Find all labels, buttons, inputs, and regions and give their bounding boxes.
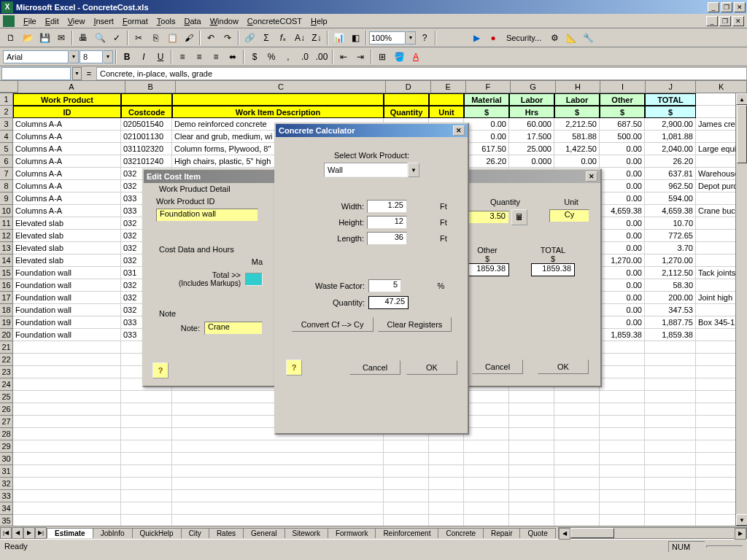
row-header-18[interactable]: 18 <box>0 304 13 316</box>
doc-restore-button[interactable]: ❐ <box>719 16 731 26</box>
comma-icon[interactable]: , <box>280 49 296 65</box>
cell-J15[interactable]: 2,112.50 <box>645 267 696 279</box>
cell-A23[interactable] <box>13 366 121 378</box>
column-header-E[interactable]: E <box>431 81 466 93</box>
cell-I23[interactable] <box>600 366 645 378</box>
menu-format[interactable]: Format <box>118 15 152 27</box>
cell-D35[interactable] <box>384 515 429 526</box>
paste-icon[interactable]: 📋 <box>164 30 180 46</box>
sheet-tab-rates[interactable]: Rates <box>209 528 244 538</box>
cell-A35[interactable] <box>13 515 121 526</box>
zoom-dropdown-icon[interactable]: ▼ <box>406 31 416 44</box>
cell-H3[interactable]: 2,212.50 <box>554 118 600 131</box>
save-icon[interactable]: 💾 <box>36 30 53 46</box>
row-header-17[interactable]: 17 <box>0 292 13 304</box>
scroll-up-icon[interactable]: ▲ <box>736 93 747 105</box>
row-header-1[interactable]: 1 <box>0 93 13 106</box>
row-header-32[interactable]: 32 <box>0 478 13 490</box>
cell-I17[interactable]: 0.00 <box>600 292 645 304</box>
cell-E29[interactable] <box>429 440 464 453</box>
cell-J7[interactable]: 637.81 <box>645 168 696 180</box>
cell-C35[interactable] <box>172 515 384 526</box>
cell-F3[interactable]: 0.00 <box>464 118 509 131</box>
cell-H4[interactable]: 581.88 <box>554 131 600 143</box>
cell-G34[interactable] <box>509 502 554 515</box>
cell-C2[interactable]: Work Item Description <box>172 106 384 118</box>
cell-I12[interactable]: 0.00 <box>600 230 645 242</box>
column-header-H[interactable]: H <box>556 81 601 93</box>
percent-icon[interactable]: % <box>263 49 279 65</box>
cell-G3[interactable]: 60.000 <box>509 118 554 131</box>
cell-A3[interactable]: Columns A-A <box>13 118 121 131</box>
cell-D33[interactable] <box>384 490 429 502</box>
cell-F6[interactable]: 26.20 <box>464 155 509 168</box>
workbook-icon[interactable] <box>3 15 15 27</box>
cell-A8[interactable]: Columns A-A <box>13 180 121 192</box>
cell-F28[interactable] <box>464 428 509 440</box>
decrease-decimal-icon[interactable]: .00 <box>314 49 330 65</box>
cell-J16[interactable]: 58.30 <box>645 279 696 292</box>
cell-A30[interactable] <box>13 453 121 465</box>
cell-I3[interactable]: 687.50 <box>600 118 645 131</box>
cell-H32[interactable] <box>554 478 600 490</box>
unit-input[interactable]: Cy <box>549 209 589 222</box>
row-header-22[interactable]: 22 <box>0 354 13 366</box>
cell-B27[interactable] <box>121 416 172 428</box>
cell-H5[interactable]: 1,422.50 <box>554 143 600 155</box>
format-painter-icon[interactable]: 🖌 <box>181 30 197 46</box>
cell-D1[interactable] <box>384 93 429 106</box>
row-header-9[interactable]: 9 <box>0 192 13 205</box>
cell-H2[interactable]: $ <box>554 106 600 118</box>
qty-input[interactable]: 3.50 <box>465 211 509 224</box>
sort-asc-icon[interactable]: A↓ <box>292 30 308 46</box>
cell-E35[interactable] <box>429 515 464 526</box>
cell-B31[interactable] <box>121 465 172 478</box>
cell-J12[interactable]: 772.65 <box>645 230 696 242</box>
cell-I28[interactable] <box>600 428 645 440</box>
cell-I5[interactable]: 0.00 <box>600 143 645 155</box>
column-header-F[interactable]: F <box>466 81 511 93</box>
cell-B28[interactable] <box>121 428 172 440</box>
cell-J13[interactable]: 3.70 <box>645 242 696 254</box>
cell-J17[interactable]: 200.00 <box>645 292 696 304</box>
undo-icon[interactable]: ↶ <box>203 30 219 46</box>
cell-F4[interactable]: 0.00 <box>464 131 509 143</box>
cell-B26[interactable] <box>121 403 172 416</box>
cell-C29[interactable] <box>172 440 384 453</box>
cell-I18[interactable]: 0.00 <box>600 304 645 316</box>
row-header-10[interactable]: 10 <box>0 205 13 217</box>
row-header-8[interactable]: 8 <box>0 180 13 192</box>
font-color-icon[interactable]: A <box>408 49 424 65</box>
font-size-box[interactable]: 8 <box>80 50 103 63</box>
sheet-tab-city[interactable]: City <box>181 528 209 538</box>
vba-icon[interactable]: ⚙ <box>546 30 562 46</box>
cell-J2[interactable]: $ <box>645 106 696 118</box>
font-name-box[interactable]: Arial <box>3 50 69 63</box>
cell-J9[interactable]: 594.00 <box>645 192 696 205</box>
cell-J6[interactable]: 26.20 <box>645 155 696 168</box>
cell-I14[interactable]: 1,270.00 <box>600 254 645 267</box>
cell-F2[interactable]: $ <box>464 106 509 118</box>
cell-I34[interactable] <box>600 502 645 515</box>
function-icon[interactable]: fₓ <box>275 30 291 46</box>
doc-minimize-button[interactable]: _ <box>706 16 718 26</box>
formula-input[interactable]: Concrete, in-place, walls, grade <box>96 67 747 80</box>
row-header-15[interactable]: 15 <box>0 267 13 279</box>
cell-D30[interactable] <box>384 453 429 465</box>
row-header-21[interactable]: 21 <box>0 341 13 354</box>
calc-cancel-button[interactable]: Cancel <box>349 360 400 375</box>
width-input[interactable]: 1.25 <box>367 200 407 213</box>
cell-J32[interactable] <box>645 478 696 490</box>
cell-H27[interactable] <box>554 416 600 428</box>
cell-J33[interactable] <box>645 490 696 502</box>
name-box[interactable] <box>1 67 71 80</box>
cell-G25[interactable] <box>509 391 554 403</box>
cell-A4[interactable]: Columns A-A <box>13 131 121 143</box>
menu-data[interactable]: Data <box>179 15 205 27</box>
cell-J4[interactable]: 1,081.88 <box>645 131 696 143</box>
increase-indent-icon[interactable]: ⇥ <box>352 49 368 65</box>
row-header-23[interactable]: 23 <box>0 366 13 378</box>
edit-help-button[interactable]: ? <box>152 362 169 378</box>
cell-F34[interactable] <box>464 502 509 515</box>
cell-A13[interactable]: Elevated slab <box>13 242 121 254</box>
